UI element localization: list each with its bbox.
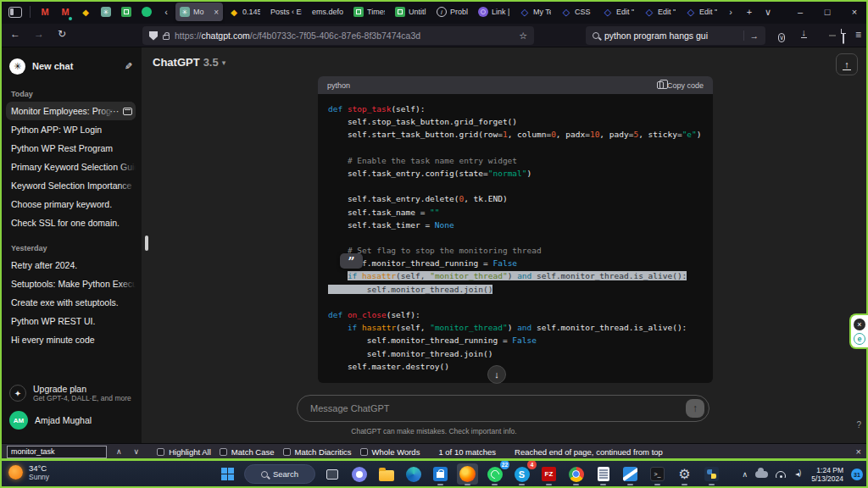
bookmark-star-icon[interactable]: ☆ [519,30,527,42]
taskbar-edge-icon[interactable] [403,463,424,485]
scroll-to-bottom-button[interactable]: ↓ [487,365,506,384]
pinned-tab-gmail[interactable]: M [36,3,54,21]
chat-history-item[interactable]: Python WP REST UI. [6,312,136,330]
taskbar-chat-icon[interactable] [348,463,370,485]
notification-badge[interactable]: 31 [851,469,863,480]
browser-tab[interactable]: Times [349,3,389,21]
taskbar-explorer-icon[interactable] [376,463,397,485]
tracking-shield-icon[interactable] [149,31,158,41]
compose-icon[interactable]: ✎ [125,61,132,72]
pinned-tab-binance[interactable]: ◆ [76,3,95,21]
taskbar-whatsapp-icon[interactable]: 22 [484,463,505,485]
tab-list-icon[interactable]: ∨ [759,7,777,18]
find-option-match-case[interactable]: Match Case [220,447,275,457]
taskbar-chrome-icon[interactable] [565,463,587,485]
taskbar-vscode-icon[interactable] [620,463,641,485]
taskbar-skype-icon[interactable]: S4 [511,463,532,485]
wifi-icon[interactable] [776,471,786,478]
forward-button[interactable]: → [34,28,44,40]
send-button[interactable]: ↑ [686,399,704,418]
chat-history-item[interactable]: Choose primary keyword. [6,195,136,214]
browser-tab[interactable]: Posts ‹ Em [266,3,306,21]
back-button[interactable]: ← [10,28,20,40]
onedrive-icon[interactable] [755,471,768,478]
browser-tab[interactable]: ◇Edit "V [640,3,680,21]
browser-tab[interactable]: ◇My Te [515,3,555,21]
taskbar-firefox-icon[interactable] [457,463,478,485]
minimize-button[interactable]: – [787,0,814,24]
account-button[interactable]: AM Amjad Mughal [6,408,136,433]
taskbar-filezilla-icon[interactable]: FZ [538,463,559,485]
search-bar[interactable]: python program hangs gui → [586,26,765,45]
taskbar-taskview-icon[interactable] [321,463,342,485]
browser-tab[interactable]: Link | [474,3,514,21]
pinned-tab-fiverr[interactable] [137,3,156,21]
browser-tab[interactable]: ems.defo [308,3,348,21]
weather-widget[interactable]: 34°C Sunny [8,463,49,481]
find-option-whole-words[interactable]: Whole Words [360,447,420,457]
lock-icon[interactable] [163,35,170,40]
chat-history-item[interactable]: Retry after 2024. [6,256,136,274]
new-tab-button[interactable]: + [740,7,759,17]
chat-history-item[interactable]: Create exe with setuptools. [6,293,136,312]
browser-tab[interactable]: iProbl [432,3,472,21]
chat-history-item[interactable]: Python APP: WP Login [6,120,136,139]
chat-history-item[interactable]: Check SSL for one domain. [6,214,136,232]
upgrade-plan-button[interactable]: ✦ Upgrade plan Get GPT-4, DALL·E, and mo… [6,380,136,406]
extension-icon[interactable] [843,31,844,43]
browser-tab[interactable]: Untitl [391,3,431,21]
widget-close-icon[interactable]: × [854,319,865,330]
volume-icon[interactable] [793,470,804,479]
find-close-button[interactable]: × [856,446,861,457]
taskbar-search-icon[interactable]: Search [244,464,315,484]
pocket-icon[interactable]: ∨ [778,30,785,42]
chat-history-item[interactable]: Setuptools: Make Python Executab [6,274,136,293]
chat-history-item[interactable]: Python WP Rest Program [6,139,136,158]
browser-tab[interactable]: ◇Edit "V [682,3,721,21]
new-chat-button[interactable]: ✳ New chat ✎ [6,54,136,78]
search-go-icon[interactable]: → [743,30,760,41]
checkbox[interactable] [283,448,291,456]
find-input[interactable] [7,446,107,458]
sidebar-toggle-handle[interactable] [145,236,148,251]
reload-button[interactable]: ↻ [58,28,66,40]
widget-e-icon[interactable]: e [854,333,865,345]
taskbar-start-icon[interactable] [217,463,238,485]
checkbox[interactable] [360,448,368,456]
tray-chevron-up-icon[interactable]: ∧ [743,470,748,479]
taskbar-terminal-icon[interactable]: >_ [647,463,668,485]
pinned-tab-chatgpt[interactable]: ✳ [97,3,115,21]
chat-history-item[interactable]: Primary Keyword Selection Guide [6,158,136,176]
download-icon[interactable]: ↓ [801,28,808,38]
chat-history-item[interactable]: Monitor Employees: Progra⋯ [6,102,136,120]
help-button[interactable]: ? [856,420,861,430]
url-bar[interactable]: https://chatgpt.com/c/f4b0733c-7f05-406c… [142,26,534,45]
message-input[interactable] [310,403,686,413]
tab-close-icon[interactable]: × [214,8,219,17]
chat-history-item[interactable]: Keyword Selection Importance [6,176,136,195]
firefox-view-icon[interactable] [8,7,22,18]
tab-scroll-left-icon[interactable]: ‹ [157,7,175,17]
tab-overflow-icon[interactable]: › [721,7,740,17]
browser-tab[interactable]: ◇Edit "C [598,3,638,21]
chat-history-item[interactable]: Hi every minute code [6,330,136,349]
menu-icon[interactable]: ≡ [855,29,861,41]
pinned-tab-sheets[interactable] [117,3,136,21]
checkbox[interactable] [157,448,164,456]
browser-tab[interactable]: ◇CSS - [557,3,597,21]
taskbar-store-icon[interactable] [430,463,451,485]
maximize-button[interactable]: □ [814,0,841,24]
copy-code-button[interactable]: Copy code [657,81,704,90]
taskbar-python-icon[interactable] [701,463,722,485]
browser-tab[interactable]: ◆0.1451 [225,3,264,21]
find-option-match-diacritics[interactable]: Match Diacritics [283,447,352,457]
taskbar-settings-icon[interactable]: ⚙ [674,463,695,485]
clock[interactable]: 1:24 PM 5/13/2024 [811,466,843,483]
taskbar-writer-icon[interactable] [593,463,614,485]
find-previous-button[interactable]: ∧ [114,447,125,456]
options-dots-icon[interactable]: ⋯ [110,106,120,116]
model-selector[interactable]: ChatGPT 3.5 ▾ [153,56,225,69]
quote-selection-button[interactable]: ” [340,253,363,269]
find-option-highlight-all[interactable]: Highlight All [157,447,211,457]
browser-tab[interactable]: ✳Mo× [175,3,223,21]
